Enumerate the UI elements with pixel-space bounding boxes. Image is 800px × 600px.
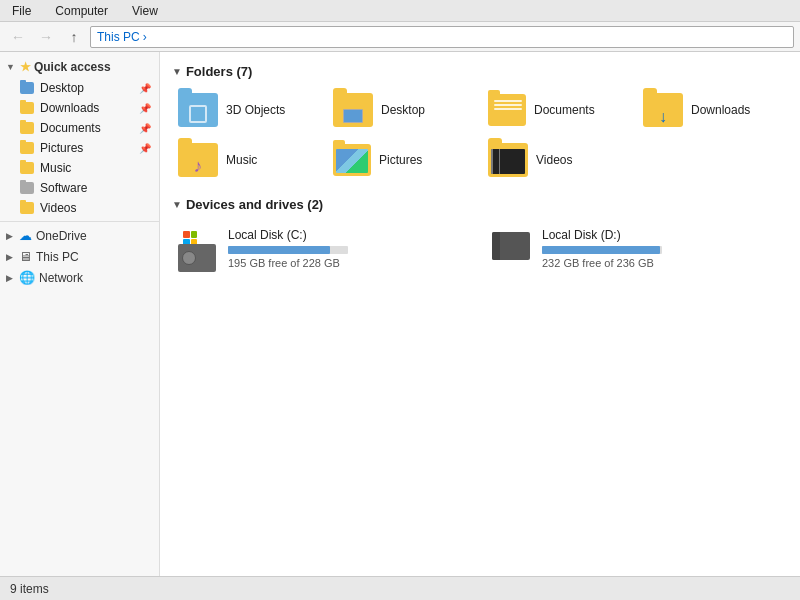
devices-section-label: Devices and drives (2) — [186, 197, 323, 212]
sidebar-item-videos[interactable]: Videos — [0, 198, 159, 218]
drive-d-icon-wrap — [492, 228, 532, 264]
3d-folder-icon — [178, 93, 218, 127]
sidebar-music-label: Music — [40, 161, 71, 175]
drive-d-space: 232 GB free of 236 GB — [542, 257, 782, 269]
folder-music[interactable]: ♪ Music — [172, 139, 323, 181]
drive-d-bar-bg — [542, 246, 662, 254]
sidebar-item-software[interactable]: Software — [0, 178, 159, 198]
drive-c-hdd-icon — [178, 244, 216, 272]
videos-label: Videos — [536, 153, 572, 167]
drive-d-item[interactable]: Local Disk (D:) 232 GB free of 236 GB — [486, 222, 788, 275]
thispc-label: This PC — [36, 250, 79, 264]
drive-d-name: Local Disk (D:) — [542, 228, 782, 242]
folders-section-label: Folders (7) — [186, 64, 252, 79]
sidebar-desktop-label: Desktop — [40, 81, 84, 95]
sidebar-documents-label: Documents — [40, 121, 101, 135]
drive-c-bar-bg — [228, 246, 348, 254]
pictures-label: Pictures — [379, 153, 422, 167]
sidebar-software-label: Software — [40, 181, 87, 195]
toolbar: ← → ↑ This PC › — [0, 22, 800, 52]
downloads-folder-big-icon: ↓ — [643, 93, 683, 127]
network-chevron: ▶ — [6, 273, 13, 283]
menu-view[interactable]: View — [124, 2, 166, 20]
pin-icon-documents: 📌 — [139, 123, 151, 134]
status-count: 9 items — [10, 582, 49, 596]
onedrive-icon: ☁ — [19, 228, 32, 243]
sidebar-item-desktop[interactable]: Desktop 📌 — [0, 78, 159, 98]
drive-d-hdd-icon — [492, 232, 530, 260]
devices-chevron: ▼ — [172, 199, 182, 210]
sidebar-videos-label: Videos — [40, 201, 76, 215]
pin-icon-pictures: 📌 — [139, 143, 151, 154]
thispc-icon: 🖥 — [19, 249, 32, 264]
folder-desktop[interactable]: Desktop — [327, 89, 478, 131]
sidebar-network[interactable]: ▶ 🌐 Network — [0, 267, 159, 288]
quick-access-label: Quick access — [34, 60, 111, 74]
drive-d-bar-fill — [542, 246, 660, 254]
sidebar-onedrive[interactable]: ▶ ☁ OneDrive — [0, 225, 159, 246]
folders-chevron: ▼ — [172, 66, 182, 77]
drive-c-item[interactable]: Local Disk (C:) 195 GB free of 228 GB — [172, 222, 474, 275]
software-folder-icon — [20, 182, 34, 194]
thispc-chevron: ▶ — [6, 252, 13, 262]
drive-c-icon-wrap — [178, 228, 218, 264]
folder-3d-objects[interactable]: 3D Objects — [172, 89, 323, 131]
menu-file[interactable]: File — [4, 2, 39, 20]
sidebar-pictures-label: Pictures — [40, 141, 83, 155]
sidebar-item-music[interactable]: Music — [0, 158, 159, 178]
folder-videos[interactable]: Videos — [482, 139, 633, 181]
desktop-folder-big-icon — [333, 93, 373, 127]
folder-pictures[interactable]: Pictures — [327, 139, 478, 181]
status-bar: 9 items — [0, 576, 800, 600]
folder-downloads[interactable]: ↓ Downloads — [637, 89, 788, 131]
drive-c-bar-fill — [228, 246, 330, 254]
devices-grid: Local Disk (C:) 195 GB free of 228 GB Lo… — [172, 222, 788, 275]
folders-grid: 3D Objects Desktop Documents — [172, 89, 788, 181]
downloads-folder-icon — [20, 102, 34, 114]
documents-label: Documents — [534, 103, 595, 117]
menu-computer[interactable]: Computer — [47, 2, 116, 20]
3d-objects-label: 3D Objects — [226, 103, 285, 117]
desktop-folder-icon — [20, 82, 34, 94]
forward-button[interactable]: → — [34, 26, 58, 48]
sidebar-item-documents[interactable]: Documents 📌 — [0, 118, 159, 138]
network-icon: 🌐 — [19, 270, 35, 285]
sidebar-downloads-label: Downloads — [40, 101, 99, 115]
music-label: Music — [226, 153, 257, 167]
main-layout: ▼ ★ Quick access Desktop 📌 Downloads 📌 D… — [0, 52, 800, 576]
sidebar-quick-access[interactable]: ▼ ★ Quick access — [0, 56, 159, 78]
content-area: ▼ Folders (7) 3D Objects Desktop — [160, 52, 800, 576]
menu-bar: File Computer View — [0, 0, 800, 22]
devices-section-title[interactable]: ▼ Devices and drives (2) — [172, 197, 788, 212]
music-folder-big-icon: ♪ — [178, 143, 218, 177]
address-bar[interactable]: This PC › — [90, 26, 794, 48]
pictures-folder-icon — [20, 142, 34, 154]
quick-access-chevron: ▼ — [6, 62, 15, 72]
desktop-label: Desktop — [381, 103, 425, 117]
sidebar-thispc[interactable]: ▶ 🖥 This PC — [0, 246, 159, 267]
drive-d-info: Local Disk (D:) 232 GB free of 236 GB — [542, 228, 782, 269]
pin-icon-desktop: 📌 — [139, 83, 151, 94]
pin-icon-downloads: 📌 — [139, 103, 151, 114]
folders-section-title[interactable]: ▼ Folders (7) — [172, 64, 788, 79]
documents-folder-big-icon — [488, 94, 526, 126]
videos-folder-big-icon — [488, 143, 528, 177]
address-path: This PC — [97, 30, 140, 44]
sidebar-divider-1 — [0, 221, 159, 222]
up-button[interactable]: ↑ — [62, 26, 86, 48]
music-folder-icon — [20, 162, 34, 174]
drive-c-name: Local Disk (C:) — [228, 228, 468, 242]
drive-c-info: Local Disk (C:) 195 GB free of 228 GB — [228, 228, 468, 269]
videos-folder-icon — [20, 202, 34, 214]
sidebar-item-downloads[interactable]: Downloads 📌 — [0, 98, 159, 118]
onedrive-chevron: ▶ — [6, 231, 13, 241]
downloads-label: Downloads — [691, 103, 750, 117]
pictures-folder-big-icon — [333, 144, 371, 176]
documents-folder-icon — [20, 122, 34, 134]
back-button[interactable]: ← — [6, 26, 30, 48]
drive-c-space: 195 GB free of 228 GB — [228, 257, 468, 269]
sidebar-item-pictures[interactable]: Pictures 📌 — [0, 138, 159, 158]
quick-access-star: ★ — [20, 60, 31, 74]
network-label: Network — [39, 271, 83, 285]
folder-documents[interactable]: Documents — [482, 89, 633, 131]
